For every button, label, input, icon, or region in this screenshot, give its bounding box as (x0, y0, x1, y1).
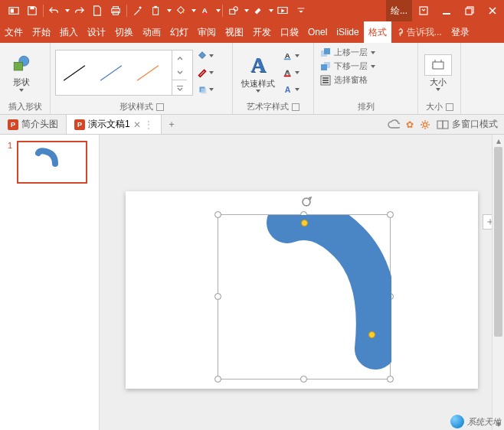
shapes-gallery-button[interactable]: 形状 (5, 47, 38, 98)
svg-rect-35 (322, 77, 329, 79)
ribbon-options-icon[interactable] (412, 0, 435, 21)
fill-dropdown[interactable] (172, 2, 196, 20)
font-color-dropdown[interactable]: A (196, 2, 221, 20)
send-backward-label: 下移一层 (334, 60, 368, 72)
cloud-icon[interactable] (388, 119, 400, 130)
doc-tab-2[interactable]: P演示文稿1✕⋮ (67, 115, 162, 134)
shape-outline-button[interactable] (196, 65, 214, 80)
scrollbar-thumb[interactable] (494, 147, 502, 337)
tab-pocket[interactable]: 口袋 (276, 21, 303, 43)
selection-box[interactable] (218, 214, 391, 380)
wordart-quick-styles-button[interactable]: A 快速样式 (237, 47, 279, 98)
doc-tab-1-label: 简介头图 (21, 118, 58, 131)
size-label: 大小 (430, 77, 447, 86)
tab-slideshow[interactable]: 幻灯 (165, 21, 193, 43)
shape-effects-button[interactable] (196, 82, 214, 97)
bring-forward-button[interactable]: 上移一层 (319, 46, 413, 59)
shapes-label: 形状 (13, 77, 30, 86)
tab-file[interactable]: 文件 (0, 21, 28, 43)
tab-review[interactable]: 审阅 (193, 21, 221, 43)
svg-rect-1 (11, 8, 14, 12)
selection-pane-label: 选择窗格 (334, 74, 368, 86)
curved-arc-shape[interactable] (218, 215, 391, 380)
svg-rect-2 (30, 7, 34, 10)
watermark-text: 系统天地 (467, 416, 501, 428)
tab-animations[interactable]: 动画 (138, 21, 165, 43)
doc-tab-1[interactable]: P简介头图 (0, 115, 67, 134)
group-size: 大小 (426, 101, 443, 112)
text-effects-button[interactable]: A (282, 82, 300, 97)
scroll-up-icon[interactable]: ▴ (493, 135, 504, 147)
brush-dropdown[interactable] (249, 2, 273, 20)
gallery-more-icon[interactable] (172, 80, 187, 95)
app-icon[interactable] (5, 2, 23, 20)
adjust-handle[interactable] (368, 331, 375, 338)
size-dialog-icon[interactable] (446, 103, 453, 111)
wordart-dialog-icon[interactable] (292, 103, 299, 111)
print-icon[interactable] (106, 2, 125, 20)
shape-fill-button[interactable] (196, 48, 214, 64)
size-button[interactable]: 大小 (423, 47, 453, 98)
paste-dropdown[interactable] (147, 2, 172, 20)
vertical-scrollbar[interactable]: ▴ ▾ (492, 135, 504, 430)
tab-insert[interactable]: 插入 (55, 21, 83, 43)
group-arrange: 排列 (319, 99, 413, 112)
tab-home[interactable]: 开始 (28, 21, 55, 43)
slide-thumbnail-1[interactable] (17, 141, 87, 184)
svg-text:A: A (285, 68, 290, 77)
rotate-handle-icon[interactable] (300, 196, 313, 208)
tab-transitions[interactable]: 切换 (110, 21, 138, 43)
gallery-scroll-down-icon[interactable] (172, 65, 187, 80)
svg-rect-10 (201, 14, 208, 15)
svg-rect-4 (113, 7, 119, 9)
tab-view[interactable]: 视图 (221, 21, 248, 43)
new-file-icon[interactable] (88, 2, 106, 20)
ppt-file-icon: P (74, 119, 85, 130)
globe-icon (450, 415, 464, 428)
tab-islide[interactable]: iSlide (332, 21, 363, 43)
size-icon (424, 54, 452, 76)
restore-button[interactable] (458, 0, 481, 21)
gallery-scroll-up-icon[interactable] (172, 50, 187, 65)
tab-format[interactable]: 格式 (364, 21, 391, 43)
tab-design[interactable]: 设计 (83, 21, 110, 43)
new-tab-button[interactable]: ＋ (162, 115, 182, 134)
eyedropper-icon[interactable] (129, 2, 147, 20)
flower-icon[interactable]: ✿ (406, 119, 414, 130)
slide-canvas[interactable]: ＋ ▴ ▾ 系统天地 (100, 135, 504, 430)
shapes-icon (11, 54, 31, 76)
selection-pane-button[interactable]: 选择窗格 (319, 73, 413, 86)
shape-styles-dialog-icon[interactable] (156, 103, 164, 111)
slide[interactable]: ＋ (126, 191, 478, 389)
text-outline-button[interactable]: A (282, 65, 300, 80)
contextual-tab-draw[interactable]: 绘... (386, 0, 412, 21)
svg-rect-24 (201, 88, 206, 93)
sign-in[interactable]: 登录 (447, 21, 474, 43)
save-icon[interactable] (23, 2, 41, 20)
text-fill-button[interactable]: A (282, 48, 300, 64)
gear-icon[interactable] (420, 119, 430, 130)
group-shape-styles: 形状样式 (119, 101, 153, 112)
svg-point-12 (234, 7, 237, 11)
multi-window-label: 多窗口模式 (452, 118, 498, 131)
send-backward-button[interactable]: 下移一层 (319, 60, 413, 73)
bring-forward-label: 上移一层 (334, 47, 368, 58)
tell-me[interactable]: 告诉我... (391, 21, 447, 43)
tab-onekey[interactable]: Onel (303, 21, 332, 43)
close-tab-icon[interactable]: ✕ (133, 119, 141, 130)
redo-button[interactable] (70, 2, 88, 20)
qat-more-icon[interactable] (292, 2, 310, 20)
close-button[interactable] (481, 0, 504, 21)
svg-rect-8 (154, 6, 157, 8)
tab-developer[interactable]: 开发 (248, 21, 276, 43)
svg-rect-31 (324, 48, 330, 54)
shapes-dropdown[interactable] (224, 2, 249, 20)
adjust-handle[interactable] (301, 220, 308, 226)
slideshow-icon[interactable] (273, 2, 292, 20)
multi-window-button[interactable]: 多窗口模式 (437, 118, 498, 131)
shape-style-gallery[interactable] (55, 50, 193, 96)
svg-rect-40 (437, 121, 443, 129)
slide-number: 1 (5, 141, 12, 150)
minimize-button[interactable] (435, 0, 458, 21)
undo-button[interactable] (45, 2, 70, 20)
